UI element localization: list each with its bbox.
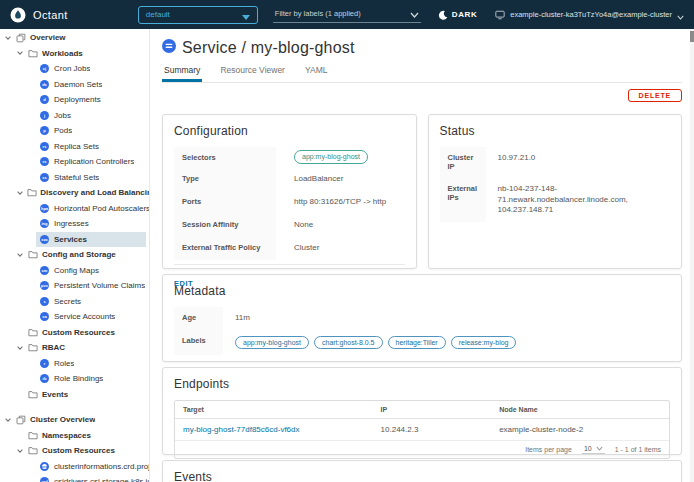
chevron-down-icon[interactable] — [16, 447, 28, 455]
chevron-down-icon[interactable] — [4, 416, 16, 424]
sidebar-item-overview[interactable]: Overview — [0, 30, 149, 46]
summary-row-external-ips: External IPsnb-104-237-148-71.newark.nod… — [440, 178, 671, 222]
sidebar-item-label: Namespaces — [42, 431, 91, 440]
sidebar-item-label: Custom Resources — [42, 328, 115, 337]
replication-controllers-icon: rc — [40, 157, 49, 166]
services-icon: svc — [40, 235, 49, 244]
summary-row-label: Ports — [174, 191, 276, 214]
moon-icon — [438, 6, 448, 24]
label-filter-input[interactable]: Filter by labels (1 applied) — [273, 6, 421, 23]
sidebar-item-replica-sets[interactable]: rsReplica Sets — [0, 139, 149, 155]
selector-pill[interactable]: app:my-blog-ghost — [294, 150, 368, 164]
sidebar-item-namespaces[interactable]: Namespaces — [0, 428, 149, 444]
sidebar-item-config-maps[interactable]: cmConfig Maps — [0, 263, 149, 279]
tab-yaml[interactable]: YAML — [303, 62, 330, 82]
summary-row-label: External IPs — [440, 178, 486, 222]
endpoint-target-link[interactable]: my-blog-ghost-77df85c6cd-vf6dx — [183, 425, 300, 434]
chevron-down-icon[interactable] — [16, 189, 27, 197]
folder-icon — [27, 188, 40, 197]
main-scrollbar[interactable] — [690, 29, 694, 482]
sidebar-item-label: clusterinformations.crd.projec — [54, 462, 149, 471]
sidebar-item-jobs[interactable]: jJobs — [0, 108, 149, 124]
items-per-page-label: Items per page — [525, 446, 572, 453]
sidebar-item-cron-jobs[interactable]: cjCron Jobs — [0, 61, 149, 77]
octant-app: Octant default Filter by labels (1 appli… — [0, 0, 694, 482]
tab-summary[interactable]: Summary — [162, 62, 202, 82]
sidebar-item-config-and-storage[interactable]: Config and Storage — [0, 247, 149, 263]
sidebar-item-label: Stateful Sets — [54, 173, 99, 182]
sidebar-item-horizontal-pod-autoscalers[interactable]: hpaHorizontal Pod Autoscalers — [0, 201, 149, 217]
sidebar-item-stateful-sets[interactable]: ssStateful Sets — [0, 170, 149, 186]
endpoints-table-header: TargetIPNode Name — [175, 401, 669, 419]
sidebar-item-custom-resources[interactable]: Custom Resources — [0, 325, 149, 341]
sidebar-item-label: Deployments — [54, 95, 101, 104]
sidebar-item-csidrivers-csi-storage-k8s-io[interactable]: crdcsidrivers.csi.storage.k8s.io — [0, 474, 149, 482]
label-pill[interactable]: release:my-blog — [451, 336, 517, 350]
sidebar-item-clusterinformations-crd-projec[interactable]: crdclusterinformations.crd.projec — [0, 459, 149, 475]
endpoints-table-footer: Items per page 10 1 - 1 of 1 items — [175, 441, 669, 458]
chevron-down-icon[interactable] — [16, 344, 28, 352]
label-pill[interactable]: app:my-blog-ghost — [235, 336, 309, 350]
sidebar-item-role-bindings[interactable]: rbRole Bindings — [0, 371, 149, 387]
sidebar-item-label: Role Bindings — [54, 374, 103, 383]
tab-bar: SummaryResource ViewerYAML — [162, 62, 682, 83]
sidebar-item-label: Service Accounts — [54, 312, 115, 321]
deployments-icon: d — [40, 95, 49, 104]
pods-icon: p — [40, 126, 49, 135]
configuration-title: Configuration — [174, 124, 405, 138]
theme-toggle[interactable]: DARK — [438, 6, 478, 24]
sidebar-item-workloads[interactable]: Workloads — [0, 46, 149, 62]
sidebar-item-label: Ingresses — [54, 219, 89, 228]
sidebar-item-label: Cluster Overview — [30, 415, 95, 424]
column-header-ip: IP — [373, 401, 492, 418]
sidebar-item-deployments[interactable]: dDeployments — [0, 92, 149, 108]
sidebar-item-persistent-volume-claims[interactable]: pvcPersistent Volume Claims — [0, 278, 149, 294]
sidebar-item-label: Custom Resources — [42, 446, 115, 455]
sidebar-item-custom-resources[interactable]: Custom Resources — [0, 443, 149, 459]
tab-resource-viewer[interactable]: Resource Viewer — [218, 62, 287, 82]
endpoints-table-row: my-blog-ghost-77df85c6cd-vf6dx10.244.2.3… — [175, 419, 669, 441]
sidebar-item-label: Events — [42, 390, 68, 399]
labels-label: Labels — [174, 330, 223, 356]
summary-row-value: 10.97.21.0 — [486, 147, 671, 178]
folder-icon — [28, 49, 42, 58]
sidebar-item-discovery-and-load-balancing[interactable]: Discovery and Load Balancing — [0, 185, 149, 201]
summary-row-value: app:my-blog-ghost — [276, 147, 405, 168]
sidebar-item-events[interactable]: Events — [0, 387, 149, 403]
sidebar-item-label: Config and Storage — [42, 250, 116, 259]
summary-row-label: Type — [174, 168, 276, 191]
theme-toggle-label: DARK — [452, 10, 478, 19]
sidebar-item-label: Workloads — [42, 49, 83, 58]
folder-icon — [28, 431, 42, 440]
cluster-context-selector[interactable]: example-cluster-ka3TuTzYo4a@example-clus… — [495, 6, 684, 24]
sidebar-item-replication-controllers[interactable]: rcReplication Controllers — [0, 154, 149, 170]
chevron-down-icon[interactable] — [16, 49, 28, 57]
delete-button[interactable]: DELETE — [628, 89, 682, 102]
label-pill[interactable]: heritage:Tiller — [388, 336, 446, 350]
sidebar-item-rbac[interactable]: RBAC — [0, 340, 149, 356]
summary-row-value: Cluster — [276, 237, 405, 260]
sidebar-item-label: Roles — [54, 359, 74, 368]
sidebar-item-secrets[interactable]: sSecrets — [0, 294, 149, 310]
sidebar-item-label: Jobs — [54, 111, 71, 120]
sidebar-item-services[interactable]: svcServices — [36, 232, 146, 248]
folder-icon — [28, 343, 42, 352]
sidebar-item-pods[interactable]: pPods — [0, 123, 149, 139]
endpoint-ip-cell: 10.244.2.3 — [373, 419, 492, 440]
sidebar-item-label: Horizontal Pod Autoscalers — [54, 204, 149, 213]
sidebar-item-service-accounts[interactable]: saService Accounts — [0, 309, 149, 325]
sidebar-item-ingresses[interactable]: ingIngresses — [0, 216, 149, 232]
label-pill[interactable]: chart:ghost-8.0.5 — [314, 336, 383, 350]
namespace-selector[interactable]: default — [138, 6, 258, 24]
sidebar-item-roles[interactable]: rRoles — [0, 356, 149, 372]
metadata-labels-row: Labels app:my-blog-ghostchart:ghost-8.0.… — [174, 330, 670, 356]
summary-row-value: http 80:31626/TCP -> http — [276, 191, 405, 214]
sidebar-item-cluster-overview[interactable]: Cluster Overview — [0, 412, 149, 428]
cluster-context-icon — [495, 6, 505, 24]
chevron-down-icon[interactable] — [16, 251, 28, 259]
secrets-icon: s — [40, 297, 49, 306]
scrollbar-thumb[interactable] — [690, 31, 694, 42]
sidebar-item-daemon-sets[interactable]: dsDaemon Sets — [0, 77, 149, 93]
items-per-page-select[interactable]: 10 — [582, 445, 605, 454]
chevron-down-icon[interactable] — [4, 34, 16, 42]
